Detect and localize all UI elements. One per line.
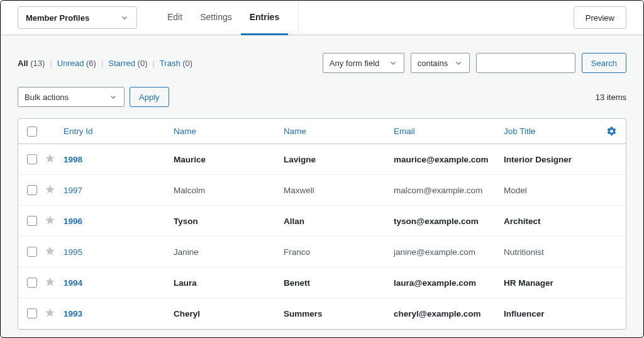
row-star-button[interactable] [45, 153, 64, 166]
col-entry-id[interactable]: Entry Id [64, 127, 174, 136]
entry-first-name: Cheryl [174, 309, 284, 318]
entry-email: maurice@example.com [394, 155, 504, 164]
chevron-down-icon [389, 59, 397, 67]
status-starred[interactable]: Starred (0) [108, 59, 147, 68]
star-icon [45, 245, 55, 258]
table-header: Entry Id Name Name Email Job Title [18, 119, 626, 144]
gear-icon [606, 126, 617, 137]
filter-operator-select[interactable]: contains [411, 53, 470, 73]
entry-id-link[interactable]: 1995 [64, 247, 174, 257]
row-star-button[interactable] [45, 307, 64, 320]
table-row: 1997MalcolmMaxwellmalcom@example.comMode… [18, 175, 626, 206]
star-icon [45, 215, 55, 227]
select-all-checkbox[interactable] [27, 127, 37, 137]
entry-first-name: Janine [174, 247, 284, 257]
entry-email: malcom@example.com [394, 186, 504, 195]
row-checkbox[interactable] [27, 185, 37, 195]
entry-email: cheryl@example.com [394, 309, 504, 318]
chevron-down-icon [454, 59, 463, 67]
content-area: All (13) | Unread (6) | Starred (0) | Tr… [1, 35, 643, 330]
star-icon [45, 184, 55, 196]
star-icon [45, 276, 55, 289]
entry-first-name: Laura [174, 278, 284, 288]
table-row: 1993CherylSummerscheryl@example.comInflu… [18, 298, 626, 329]
status-trash[interactable]: Trash (0) [160, 59, 192, 68]
bulk-actions-label: Bulk actions [25, 93, 69, 102]
search-input[interactable] [476, 53, 575, 73]
entry-first-name: Malcolm [174, 186, 284, 195]
tab-settings[interactable]: Settings [191, 1, 241, 35]
search-filters: Any form field contains Search [323, 53, 626, 73]
entry-last-name: Summers [284, 309, 394, 318]
entry-last-name: Allan [284, 217, 394, 226]
form-selector[interactable]: Member Profiles [18, 6, 137, 29]
col-last-name[interactable]: Name [284, 127, 394, 136]
entry-last-name: Lavigne [284, 155, 394, 164]
status-filters: All (13) | Unread (6) | Starred (0) | Tr… [18, 59, 192, 68]
row-checkbox[interactable] [27, 247, 37, 257]
entry-id-link[interactable]: 1998 [64, 155, 174, 164]
row-star-button[interactable] [45, 245, 64, 258]
tab-edit[interactable]: Edit [158, 1, 191, 35]
entry-job-title: Interior Designer [504, 155, 603, 164]
status-all[interactable]: All (13) [18, 59, 45, 68]
chevron-down-icon [120, 13, 129, 22]
entries-table: Entry Id Name Name Email Job Title 1998M… [18, 118, 626, 330]
row-checkbox[interactable] [27, 154, 37, 164]
entry-last-name: Benett [284, 278, 394, 288]
col-first-name[interactable]: Name [174, 127, 284, 136]
entry-last-name: Franco [284, 247, 394, 257]
row-checkbox[interactable] [27, 278, 37, 288]
entry-job-title: Architect [504, 217, 603, 226]
entry-id-link[interactable]: 1996 [64, 217, 174, 226]
filter-field-label: Any form field [330, 59, 379, 68]
entry-job-title: Influencer [504, 309, 603, 318]
tab-entries[interactable]: Entries [241, 1, 288, 35]
table-row: 1995JanineFrancojanine@example.comNutrit… [18, 237, 626, 268]
entry-job-title: Model [504, 186, 603, 195]
entry-job-title: HR Manager [504, 278, 603, 288]
items-count: 13 items [596, 93, 626, 102]
status-unread[interactable]: Unread (6) [57, 59, 96, 68]
apply-button[interactable]: Apply [130, 87, 169, 107]
preview-button[interactable]: Preview [574, 6, 626, 29]
entry-email: tyson@example.com [394, 217, 504, 226]
form-selector-label: Member Profiles [26, 13, 89, 23]
entry-last-name: Maxwell [284, 186, 394, 195]
table-row: 1994LauraBenettlaura@example.comHR Manag… [18, 268, 626, 298]
entry-first-name: Tyson [174, 217, 284, 226]
entry-id-link[interactable]: 1994 [64, 278, 174, 288]
star-icon [45, 153, 55, 166]
filter-field-select[interactable]: Any form field [323, 53, 404, 73]
row-star-button[interactable] [45, 215, 64, 227]
row-star-button[interactable] [45, 184, 64, 196]
topbar: Member Profiles Edit Settings Entries Pr… [1, 1, 643, 35]
col-email[interactable]: Email [394, 127, 504, 136]
bulk-actions-select[interactable]: Bulk actions [18, 87, 125, 107]
entry-job-title: Nutritionist [504, 247, 603, 257]
row-checkbox[interactable] [27, 216, 37, 226]
col-job-title[interactable]: Job Title [504, 127, 603, 136]
entry-first-name: Maurice [174, 155, 284, 164]
chevron-down-icon [109, 93, 118, 101]
entry-email: janine@example.com [394, 247, 504, 257]
search-button[interactable]: Search [582, 53, 626, 73]
filter-operator-label: contains [418, 59, 448, 68]
entry-id-link[interactable]: 1993 [64, 309, 174, 318]
row-star-button[interactable] [45, 276, 64, 289]
tabs: Edit Settings Entries [148, 1, 299, 35]
row-checkbox[interactable] [27, 308, 37, 318]
entry-id-link[interactable]: 1997 [64, 186, 174, 195]
columns-settings-button[interactable] [603, 126, 617, 137]
bulk-actions: Bulk actions Apply [18, 87, 169, 107]
table-row: 1996TysonAllantyson@example.comArchitect [18, 206, 626, 237]
table-row: 1998MauriceLavignemaurice@example.comInt… [18, 144, 626, 175]
entry-email: laura@example.com [394, 278, 504, 288]
star-icon [45, 307, 55, 320]
